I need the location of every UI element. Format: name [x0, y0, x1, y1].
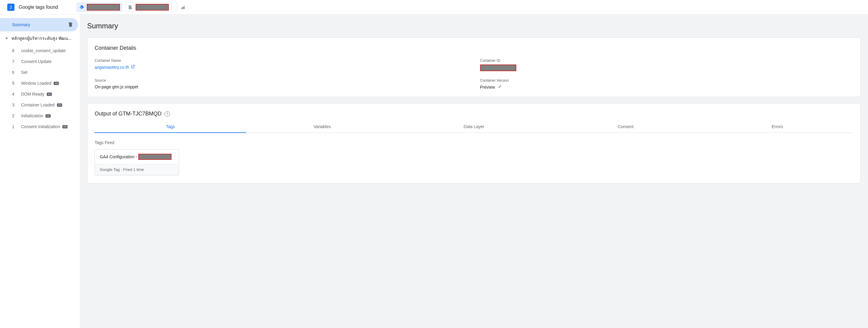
source-value: On-page gtm.js snippet [95, 84, 468, 89]
summary-label: Summary [12, 22, 30, 27]
redacted-gtm-id [87, 4, 120, 10]
event-name: Initialization [21, 113, 43, 118]
output-card: Output of GTM-TJC7BMQD ? TagsVariablesDa… [87, 103, 861, 184]
container-id-label: Container ID [480, 58, 854, 63]
event-num: 7 [12, 59, 18, 64]
event-row[interactable]: 7Consent Update [0, 56, 80, 67]
event-row[interactable]: 2Initialization<> [0, 110, 80, 121]
clear-icon[interactable] [68, 22, 73, 28]
external-link-icon [131, 64, 135, 70]
code-icon: <> [57, 103, 62, 107]
source-block: Source On-page gtm.js snippet [95, 79, 468, 90]
gtag-icon [128, 4, 133, 10]
event-row[interactable]: 1Consent Initialization<> [0, 121, 80, 132]
code-icon: <> [62, 125, 67, 128]
redacted-gtag-id [135, 4, 169, 10]
event-num: 6 [12, 70, 18, 75]
tag-chip-gtag[interactable] [125, 2, 172, 12]
tab-variables[interactable]: Variables [246, 121, 398, 132]
header: 2 Google tags found [0, 0, 868, 14]
event-name: Consent Initialization [21, 124, 60, 129]
header-title: Google tags found [19, 4, 58, 10]
svg-rect-2 [184, 6, 185, 9]
container-name-block: Container Name angamastery.co.th [95, 58, 468, 71]
code-icon: <> [54, 82, 59, 85]
sidebar-tree-header[interactable]: หลักสูตรผู้บริหารระดับสูง พัฒน... [0, 31, 80, 45]
output-heading: Output of GTM-TJC7BMQD [95, 111, 161, 117]
tag-card-title-prefix: GA4 Configuration - [100, 154, 137, 159]
redacted-tag-id [138, 154, 172, 160]
analytics-icon[interactable] [180, 4, 186, 10]
event-row[interactable]: 6Set [0, 67, 80, 78]
event-row[interactable]: 3Container Loaded<> [0, 99, 80, 110]
sidebar: Summary หลักสูตรผู้บริหารระดับสูง พัฒน..… [0, 14, 80, 328]
main-content: Summary Container Details Container Name… [80, 14, 868, 328]
event-num: 8 [12, 48, 18, 53]
event-name: Set [21, 70, 27, 75]
container-details-card: Container Details Container Name angamas… [87, 37, 861, 97]
container-name-value: angamastery.co.th [95, 65, 129, 70]
tab-tags[interactable]: Tags [95, 121, 246, 132]
container-id-block: Container ID [480, 58, 854, 71]
svg-rect-1 [182, 7, 183, 9]
tab-errors[interactable]: Errors [702, 121, 853, 132]
event-name: Consent Update [21, 59, 52, 64]
page-title: Summary [87, 22, 861, 30]
container-name-label: Container Name [95, 58, 468, 63]
divider [177, 3, 177, 11]
event-name: Container Loaded [21, 102, 55, 107]
gtm-icon [79, 4, 84, 10]
tag-count-badge: 2 [7, 4, 14, 11]
edit-icon[interactable] [498, 85, 502, 90]
container-name-link[interactable]: angamastery.co.th [95, 64, 135, 70]
event-num: 3 [12, 102, 18, 107]
version-value-row: Preview [480, 84, 854, 90]
event-num: 5 [12, 81, 18, 86]
container-details-heading: Container Details [95, 45, 853, 51]
event-num: 1 [12, 124, 18, 129]
source-label: Source [95, 79, 468, 83]
version-label: Container Version [480, 79, 854, 83]
tree-title: หลักสูตรผู้บริหารระดับสูง พัฒน... [11, 35, 78, 41]
tab-data-layer[interactable]: Data Layer [398, 121, 550, 132]
event-num: 2 [12, 113, 18, 118]
event-row[interactable]: 8cookie_consent_update [0, 45, 80, 56]
fired-tag-card[interactable]: GA4 Configuration - Google Tag - Fired 1… [95, 149, 179, 175]
tab-consent[interactable]: Consent [550, 121, 701, 132]
tags-fired-label: Tags Fired [95, 140, 853, 145]
tag-chip-gtm[interactable] [76, 2, 123, 12]
event-row[interactable]: 5Window Loaded<> [0, 78, 80, 89]
redacted-container-id [480, 64, 516, 71]
sidebar-summary[interactable]: Summary [0, 18, 78, 31]
version-value: Preview [480, 85, 495, 90]
help-icon[interactable]: ? [164, 111, 170, 117]
chevron-down-icon [5, 38, 8, 39]
version-block: Container Version Preview [480, 79, 854, 90]
event-name: DOM Ready [21, 92, 44, 96]
event-name: Window Loaded [21, 81, 51, 86]
event-num: 4 [12, 92, 18, 96]
output-tabs: TagsVariablesData LayerConsentErrors [95, 121, 853, 133]
event-name: cookie_consent_update [21, 48, 66, 53]
event-row[interactable]: 4DOM Ready<> [0, 89, 80, 99]
svg-rect-0 [181, 7, 182, 9]
code-icon: <> [45, 114, 51, 118]
tag-card-subtitle: Google Tag - Fired 1 time [95, 164, 179, 175]
code-icon: <> [47, 93, 52, 96]
